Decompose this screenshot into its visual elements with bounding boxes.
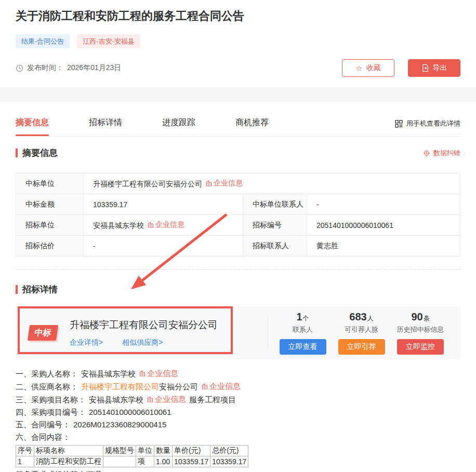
col-total-price: 总价(元) [210, 446, 248, 456]
col-item-name: 标项名称 [34, 446, 103, 456]
tender-unit-value: 安福县城东学校 [93, 221, 144, 230]
region-tag[interactable]: 江西-吉安-安福县 [77, 34, 140, 48]
export-icon [421, 64, 429, 72]
stat-history-unit: 条 [424, 315, 430, 322]
detail-line-prefix: 三、采购项目名称： [16, 395, 86, 404]
detail-line-purchaser: 一、采购人名称：安福县城东学校企业信息 [16, 369, 460, 379]
stat-contacts: 1个 联系人 立即查看 [280, 311, 326, 355]
award-badge: 中标 [28, 325, 58, 341]
col-qty: 数量 [154, 446, 173, 456]
detail-line-supplier: 二、供应商名称：升福楼宇工程有限公司安福分公司企业信息 [16, 382, 460, 392]
purchaser-name: 安福县城东学校 [81, 369, 136, 378]
clock-icon [16, 64, 23, 72]
col-unit-price: 单价(元) [173, 446, 210, 456]
stat-history-label: 历史招中标信息 [397, 325, 444, 334]
tender-unit-cell: 安福县城东学校企业信息 [84, 215, 243, 236]
cell-unit-price: 103359.17 [173, 456, 210, 467]
tender-no-label: 招标编号 [243, 215, 307, 236]
cell-item-name: 消防工程和安防工程 [34, 456, 103, 467]
detail-line-project-no: 四、采购项目编号：2051401000006010061 [16, 408, 460, 417]
winner-contact-value: - [307, 194, 460, 215]
detail-line-content: 六、合同内容： [16, 433, 460, 442]
collect-button[interactable]: ☆ 收藏 [342, 59, 394, 77]
detail-line-prefix: 六、合同内容： [16, 433, 70, 441]
tab-progress[interactable]: 进度跟踪 [162, 117, 195, 136]
tab-summary[interactable]: 摘要信息 [16, 117, 49, 136]
building-icon [148, 222, 154, 228]
stat-network-unit: 人 [367, 315, 374, 322]
publish-date: 2026年01月23日 [67, 63, 121, 73]
amount-value: 103359.17 [84, 194, 243, 215]
cell-unit: 项 [136, 456, 154, 467]
table-header-row: 序号 标项名称 规格型号 单位 数量 单价(元) 总价(元) [16, 446, 248, 456]
winner-value-cell: 升福楼宇工程有限公司安福分公司企业信息 [84, 173, 460, 194]
mobile-view-link[interactable]: 用手机查看此详情 [395, 119, 460, 136]
supplier-name-highlight: 升福楼宇工程有限公司 [81, 382, 159, 391]
enterprise-info-label: 企业信息 [214, 179, 243, 188]
refer-network-button[interactable]: 立即引荐 [338, 339, 385, 355]
tab-bid-detail-label: 招标详情 [89, 118, 122, 127]
supplier-name: 升福楼宇工程有限公司安福分公司 [70, 318, 241, 332]
tab-bid-detail[interactable]: 招标详情 [89, 117, 122, 136]
monitor-history-button[interactable]: 立即监控 [397, 339, 444, 355]
target-icon [423, 150, 430, 157]
cell-total-price: 103359.17 [210, 456, 248, 467]
tab-bar: 摘要信息 招标详情 进度跟踪 商机推荐 用手机查看此详情 [16, 102, 460, 137]
service-requirements-label: 服务要求或标的基本概况： [16, 470, 460, 472]
enterprise-detail-link[interactable]: 企业详情> [70, 338, 103, 347]
tab-progress-label: 进度跟踪 [162, 118, 195, 127]
data-correction-link[interactable]: 数据纠错 [423, 149, 460, 158]
enterprise-info-link[interactable]: 企业信息 [148, 220, 184, 230]
contract-number: 2026M0123360829000415 [73, 420, 166, 429]
header-actions: ☆ 收藏 导出 [342, 59, 460, 77]
table-row: 招标估价 - 招标联系人 黄志胜 [16, 236, 460, 257]
supplier-links: 企业详情> 相似供应商> [70, 338, 241, 347]
winner-label: 中标单位 [16, 173, 84, 194]
enterprise-info-link[interactable]: 企业信息 [147, 395, 186, 404]
supplier-stats: 1个 联系人 立即查看 683人 可引荐人脉 立即引荐 90条 历史招中标信息 … [268, 311, 450, 355]
stat-network: 683人 可引荐人脉 立即引荐 [338, 311, 385, 355]
enterprise-info-link[interactable]: 企业信息 [206, 179, 243, 188]
summary-section-title: 摘要信息 [22, 147, 58, 159]
winner-value: 升福楼宇工程有限公司安福分公司 [93, 180, 202, 188]
tab-opportunity[interactable]: 商机推荐 [235, 117, 269, 136]
mobile-view-label: 用手机查看此详情 [406, 119, 460, 128]
table-row: 1 消防工程和安防工程 项 1.00 103359.17 103359.17 [16, 456, 248, 467]
bid-section-title: 招标详情 [22, 284, 58, 295]
data-correction-label: 数据纠错 [433, 149, 460, 158]
section-bar [16, 149, 18, 157]
stat-network-label: 可引荐人脉 [338, 325, 385, 334]
category-tag[interactable]: 结果-合同公告 [16, 34, 70, 48]
detail-line-project: 三、采购项目名称：安福县城东学校企业信息服务工程项目 [16, 395, 460, 404]
detail-line-prefix: 一、采购人名称： [16, 369, 78, 378]
export-button[interactable]: 导出 [408, 59, 460, 77]
qr-code-icon [395, 120, 403, 128]
publish-time: 发布时间： 2026年01月23日 [16, 63, 121, 73]
similar-suppliers-link[interactable]: 相似供应商> [122, 338, 163, 347]
award-badge-label: 中标 [34, 328, 52, 339]
tab-opportunity-label: 商机推荐 [235, 118, 269, 127]
enterprise-info-link[interactable]: 企业信息 [202, 382, 241, 391]
amount-label: 中标金额 [16, 194, 84, 215]
detail-line-contract-no: 五、合同编号：2026M0123360829000415 [16, 420, 460, 429]
stat-contacts-unit: 个 [303, 315, 309, 322]
table-row: 中标金额 103359.17 中标单位联系人 - [16, 194, 460, 215]
tender-contact-value: 黄志胜 [307, 236, 460, 257]
view-contacts-button[interactable]: 立即查看 [280, 339, 326, 355]
summary-table: 中标单位 升福楼宇工程有限公司安福分公司企业信息 中标金额 103359.17 … [16, 173, 460, 257]
stat-contacts-number: 1 [296, 311, 302, 322]
project-suffix: 服务工程项目 [189, 395, 236, 404]
star-icon: ☆ [355, 64, 362, 72]
section-bar [16, 285, 18, 294]
winner-contact-label: 中标单位联系人 [243, 194, 307, 215]
detail-line-prefix: 五、合同编号： [16, 420, 70, 429]
table-row: 中标单位 升福楼宇工程有限公司安福分公司企业信息 [16, 173, 460, 194]
contract-details: 一、采购人名称：安福县城东学校企业信息 二、供应商名称：升福楼宇工程有限公司安福… [16, 369, 460, 472]
announcement-header: 关于消防工程和安防工程的服务工程合同公告 结果-合同公告 江西-吉安-安福县 发… [0, 0, 476, 87]
building-icon [202, 383, 208, 389]
tab-summary-label: 摘要信息 [16, 118, 49, 127]
publish-label: 发布时间： [27, 63, 63, 73]
building-icon [206, 180, 212, 186]
estimate-value: - [84, 236, 243, 257]
enterprise-info-link[interactable]: 企业信息 [139, 369, 178, 378]
